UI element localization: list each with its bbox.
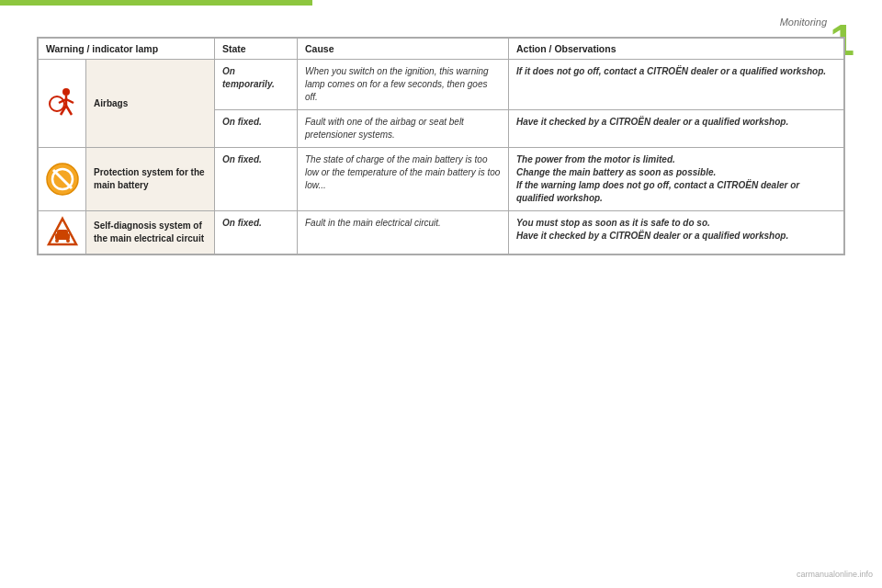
section-title: Monitoring — [780, 17, 827, 28]
airbag-state-1: On temporarily. — [215, 60, 298, 110]
svg-line-3 — [66, 106, 72, 115]
svg-point-6 — [50, 96, 64, 111]
table-header-row: Warning / indicator lamp State Cause Act… — [39, 39, 844, 60]
selfdiag-action: You must stop as soon as it is safe to d… — [509, 211, 844, 254]
battery-name: Protection system for the main battery — [86, 148, 215, 211]
airbag-name: Airbags — [86, 60, 215, 148]
self-diagnosis-icon — [42, 215, 82, 250]
airbag-icon-cell — [39, 60, 86, 148]
col-header-lamp: Warning / indicator lamp — [39, 39, 215, 60]
airbag-cause-1: When you switch on the ignition, this wa… — [298, 60, 509, 110]
svg-rect-13 — [57, 230, 68, 235]
svg-point-15 — [66, 239, 70, 243]
airbag-state-2: On fixed. — [215, 110, 298, 148]
selfdiag-cause: Fault in the main electrical circuit. — [298, 211, 509, 254]
watermark: carmanualonline.info — [797, 570, 873, 579]
svg-point-0 — [62, 88, 70, 96]
selfdiag-state: On fixed. — [215, 211, 298, 254]
battery-action: The power from the motor is limited.Chan… — [509, 148, 844, 211]
table-row: Protection system for the main battery O… — [39, 148, 844, 211]
airbag-cause-2: Fault with one of the airbag or seat bel… — [298, 110, 509, 148]
airbag-action-1: If it does not go off, contact a CITROËN… — [509, 60, 844, 110]
warning-table: Warning / indicator lamp State Cause Act… — [38, 38, 844, 254]
selfdiag-icon-cell — [39, 211, 86, 254]
col-header-action: Action / Observations — [509, 39, 844, 60]
col-header-state: State — [215, 39, 298, 60]
battery-icon-cell — [39, 148, 86, 211]
selfdiag-name: Self-diagnosis system of the main electr… — [86, 211, 215, 254]
col-header-cause: Cause — [298, 39, 509, 60]
table-row: Self-diagnosis system of the main electr… — [39, 211, 844, 254]
main-table-container: Warning / indicator lamp State Cause Act… — [37, 37, 845, 255]
battery-protection-icon — [42, 162, 82, 197]
table-row: Airbags On temporarily. When you switch … — [39, 60, 844, 110]
battery-state: On fixed. — [215, 148, 298, 211]
airbag-icon — [42, 87, 82, 120]
airbag-action-2: Have it checked by a CITROËN dealer or a… — [509, 110, 844, 148]
svg-point-14 — [55, 239, 59, 243]
top-green-bar — [0, 0, 312, 6]
battery-cause: The state of charge of the main battery … — [298, 148, 509, 211]
